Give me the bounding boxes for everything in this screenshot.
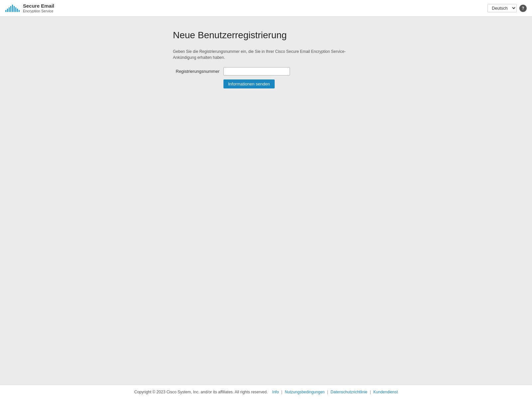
separator-2: | xyxy=(327,390,328,394)
main-content: Neue Benutzerregistrierung Geben Sie die… xyxy=(0,17,532,385)
registration-form-row: Registrierungsnummer xyxy=(173,67,359,75)
language-select[interactable]: Deutsch English Français Español Italian… xyxy=(487,4,517,12)
description-text: Geben Sie die Registrierungsnummer ein, … xyxy=(173,49,359,61)
submit-button[interactable]: Informationen senden xyxy=(223,79,275,88)
header-left: Secure Email Encryption Service xyxy=(5,3,54,13)
footer-link-nutzungsbedingungen[interactable]: Nutzungsbedingungen xyxy=(285,390,325,394)
form-container: Geben Sie die Registrierungsnummer ein, … xyxy=(173,49,359,88)
cisco-bars-icon xyxy=(5,5,20,12)
header: Secure Email Encryption Service Deutsch … xyxy=(0,0,532,17)
separator-3: | xyxy=(370,390,371,394)
submit-row: Informationen senden xyxy=(173,79,359,88)
page-title: Neue Benutzerregistrierung xyxy=(173,30,359,41)
registration-input[interactable] xyxy=(223,67,290,75)
help-button[interactable]: ? xyxy=(519,5,527,12)
header-title-block: Secure Email Encryption Service xyxy=(23,3,54,13)
footer-link-kundendienst[interactable]: Kundendienst xyxy=(373,390,398,394)
copyright-text: Copyright © 2023 Cisco System, Inc. and/… xyxy=(134,390,268,394)
app-name: Secure Email xyxy=(23,3,54,9)
footer: Copyright © 2023 Cisco System, Inc. and/… xyxy=(0,385,532,399)
footer-link-datenschutz[interactable]: Datenschutzrichtlinie xyxy=(331,390,367,394)
cisco-logo xyxy=(5,5,20,12)
registration-label: Registrierungsnummer xyxy=(173,69,219,74)
separator-1: | xyxy=(281,390,282,394)
app-subtitle: Encryption Service xyxy=(23,9,54,13)
header-right: Deutsch English Français Español Italian… xyxy=(487,4,527,12)
footer-link-info[interactable]: Info xyxy=(272,390,279,394)
